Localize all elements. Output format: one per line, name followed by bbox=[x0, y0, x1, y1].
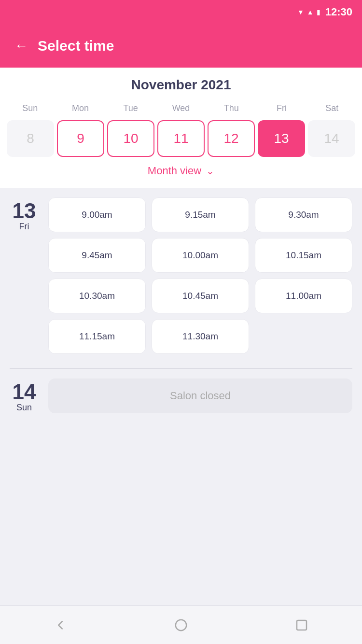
day-name-fri: Fri bbox=[19, 222, 29, 232]
day-number-13: 13 bbox=[13, 200, 36, 222]
weekday-mon: Mon bbox=[55, 101, 105, 115]
date-8: 8 bbox=[7, 120, 54, 157]
app-header: ← Select time bbox=[0, 24, 362, 68]
month-year-label: November 2021 bbox=[5, 77, 357, 93]
weekday-sun: Sun bbox=[5, 101, 55, 115]
weekday-fri: Fri bbox=[256, 101, 306, 115]
time-slot-1045am[interactable]: 10.45am bbox=[152, 279, 249, 313]
week-days-row: Sun Mon Tue Wed Thu Fri Sat bbox=[5, 101, 357, 115]
signal-icon: ▲ bbox=[307, 8, 314, 16]
salon-closed-label: Salon closed bbox=[48, 378, 352, 413]
time-slot-915am[interactable]: 9.15am bbox=[152, 197, 249, 232]
recents-square-icon bbox=[294, 618, 309, 632]
month-view-toggle[interactable]: Month view ⌄ bbox=[5, 157, 357, 183]
time-slots-grid-13: 9.00am 9.15am 9.30am 9.45am 10.00am 10.1… bbox=[48, 197, 352, 354]
date-14: 14 bbox=[308, 120, 355, 157]
day-block-13: 13 Fri 9.00am 9.15am 9.30am 9.45am 10.00… bbox=[10, 197, 352, 354]
closed-slots-14: Salon closed bbox=[48, 378, 352, 413]
svg-rect-1 bbox=[297, 620, 306, 630]
battery-icon: ▮ bbox=[317, 8, 320, 16]
date-11[interactable]: 11 bbox=[157, 120, 205, 157]
time-slot-1115am[interactable]: 11.15am bbox=[48, 319, 146, 354]
status-icons: ▼ ▲ ▮ bbox=[297, 8, 320, 16]
svg-point-0 bbox=[176, 619, 187, 630]
time-slot-945am[interactable]: 9.45am bbox=[48, 238, 146, 273]
month-view-label: Month view bbox=[148, 165, 201, 177]
status-time: 12:30 bbox=[325, 6, 352, 18]
page-title: Select time bbox=[38, 38, 114, 54]
time-slot-1000am[interactable]: 10.00am bbox=[152, 238, 249, 273]
time-slot-1030am[interactable]: 10.30am bbox=[48, 279, 146, 313]
date-12[interactable]: 12 bbox=[208, 120, 255, 157]
home-circle-icon bbox=[174, 618, 188, 632]
back-triangle-icon bbox=[53, 618, 68, 632]
back-button[interactable]: ← bbox=[14, 39, 28, 53]
time-slot-1100am[interactable]: 11.00am bbox=[255, 279, 352, 313]
time-section: 13 Fri 9.00am 9.15am 9.30am 9.45am 10.00… bbox=[0, 188, 362, 437]
date-10[interactable]: 10 bbox=[107, 120, 154, 157]
weekday-tue: Tue bbox=[106, 101, 156, 115]
nav-back-button[interactable] bbox=[52, 617, 69, 633]
day-block-14: 14 Sun Salon closed bbox=[10, 378, 352, 413]
time-slot-900am[interactable]: 9.00am bbox=[48, 197, 146, 232]
status-bar: ▼ ▲ ▮ 12:30 bbox=[0, 0, 362, 24]
day-number-14: 14 bbox=[13, 381, 36, 403]
week-dates-row: 8 9 10 11 12 13 14 bbox=[5, 120, 357, 157]
weekday-sat: Sat bbox=[307, 101, 357, 115]
weekday-wed: Wed bbox=[156, 101, 206, 115]
calendar-section: November 2021 Sun Mon Tue Wed Thu Fri Sa… bbox=[0, 68, 362, 188]
chevron-down-icon: ⌄ bbox=[206, 165, 214, 177]
nav-recents-button[interactable] bbox=[293, 617, 310, 633]
day-label-14: 14 Sun bbox=[10, 378, 39, 413]
day-divider bbox=[10, 368, 352, 369]
weekday-thu: Thu bbox=[206, 101, 256, 115]
day-name-sun: Sun bbox=[16, 403, 32, 413]
wifi-icon: ▼ bbox=[297, 8, 304, 16]
time-slot-930am[interactable]: 9.30am bbox=[255, 197, 352, 232]
date-9[interactable]: 9 bbox=[57, 120, 104, 157]
time-slot-1015am[interactable]: 10.15am bbox=[255, 238, 352, 273]
day-label-13: 13 Fri bbox=[10, 197, 39, 354]
date-13[interactable]: 13 bbox=[258, 120, 305, 157]
bottom-navigation bbox=[0, 605, 362, 644]
time-slot-1130am[interactable]: 11.30am bbox=[152, 319, 249, 354]
nav-home-button[interactable] bbox=[173, 617, 189, 633]
